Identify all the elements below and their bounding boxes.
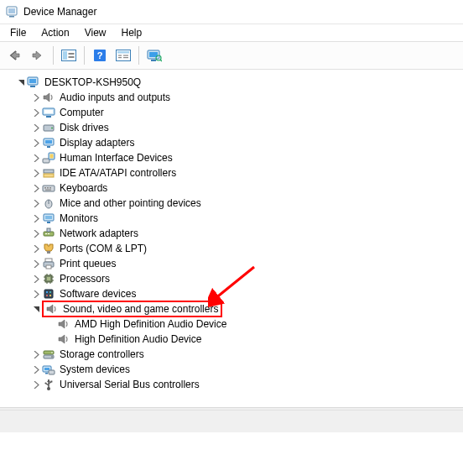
tree-item[interactable]: IDE ATA/ATAPI controllers [5, 165, 463, 180]
help-button[interactable]: ? [89, 44, 111, 66]
chevron-right-icon[interactable] [30, 170, 42, 177]
app-icon [5, 5, 18, 18]
tree-item[interactable]: Human Interface Devices [5, 150, 463, 165]
svg-rect-7 [69, 56, 75, 58]
ports-icon [42, 242, 55, 255]
menu-file[interactable]: File [3, 26, 33, 39]
disk-icon [42, 121, 55, 134]
svg-point-83 [44, 382, 46, 384]
chevron-right-icon[interactable] [30, 290, 42, 298]
svg-rect-67 [49, 291, 51, 293]
speaker-icon [42, 91, 55, 104]
svg-rect-36 [44, 174, 54, 177]
menu-view[interactable]: View [78, 26, 113, 39]
svg-rect-75 [44, 368, 49, 370]
scan-hardware-button[interactable] [143, 44, 165, 66]
svg-text:?: ? [97, 50, 103, 60]
svg-rect-54 [46, 265, 51, 269]
svg-rect-51 [47, 251, 50, 254]
svg-point-73 [51, 356, 53, 358]
forward-button[interactable] [27, 44, 49, 66]
tree-item[interactable]: Processors [5, 271, 463, 286]
ide-icon [42, 166, 55, 180]
tree-item-label: Network adapters [59, 226, 139, 241]
tree-item-label: Sound, video and game controllers [62, 301, 219, 316]
svg-rect-49 [45, 233, 47, 234]
svg-rect-81 [50, 381, 52, 383]
tree-item[interactable]: Monitors [5, 211, 463, 226]
chevron-right-icon[interactable] [30, 230, 42, 238]
tree-item[interactable]: Audio inputs and outputs [5, 90, 463, 105]
tree-item[interactable]: Computer [5, 105, 463, 120]
chevron-right-icon[interactable] [30, 245, 42, 253]
chevron-right-icon[interactable] [30, 260, 42, 268]
svg-rect-56 [47, 277, 50, 280]
tree-item-label: Computer [59, 105, 105, 120]
tree-item[interactable]: Software devices [5, 286, 463, 301]
chevron-right-icon[interactable] [30, 381, 42, 389]
tree-item[interactable]: Ports (COM & LPT) [5, 241, 463, 256]
chevron-down-icon[interactable] [15, 79, 27, 86]
tree-item[interactable]: Display adapters [5, 135, 463, 150]
mouse-icon [42, 196, 55, 210]
tree-item-label: Disk drives [59, 120, 110, 135]
back-button[interactable] [3, 44, 25, 66]
svg-rect-35 [44, 170, 54, 173]
tree-item[interactable]: Universal Serial Bus controllers [5, 377, 463, 392]
chevron-right-icon[interactable] [30, 215, 42, 222]
tree-item[interactable]: System devices [5, 362, 463, 377]
svg-rect-66 [46, 291, 48, 293]
properties-button[interactable] [112, 44, 134, 66]
tree-item[interactable]: Disk drives [5, 120, 463, 135]
svg-rect-39 [47, 187, 49, 189]
tree-item[interactable]: Mice and other pointing devices [5, 196, 463, 211]
toolbar-separator [53, 46, 54, 65]
tree-item[interactable]: Storage controllers [5, 347, 463, 362]
svg-rect-31 [47, 146, 50, 148]
menu-action[interactable]: Action [34, 26, 75, 39]
tree-root-label: DESKTOP-KSH950Q [44, 75, 142, 90]
tree-item-label: Storage controllers [59, 347, 145, 362]
svg-rect-45 [45, 216, 52, 219]
chevron-right-icon[interactable] [30, 154, 42, 162]
svg-point-72 [51, 352, 53, 353]
chevron-right-icon[interactable] [30, 366, 42, 374]
svg-rect-23 [30, 86, 35, 87]
tree-item-label: Keyboards [59, 180, 108, 196]
tree-item[interactable]: Print queues [5, 256, 463, 271]
svg-rect-14 [123, 55, 128, 56]
tree-item-label: Mice and other pointing devices [59, 196, 202, 211]
menu-help[interactable]: Help [115, 26, 149, 39]
chevron-right-icon[interactable] [30, 124, 42, 132]
chevron-right-icon[interactable] [30, 200, 42, 207]
tree-item[interactable]: Sound, video and game controllers [5, 301, 463, 316]
chevron-right-icon[interactable] [30, 275, 42, 283]
tree-item[interactable]: Network adapters [5, 226, 463, 241]
tree-item-label: Print queues [59, 256, 117, 271]
chevron-right-icon[interactable] [30, 109, 42, 117]
tree-root[interactable]: DESKTOP-KSH950Q [5, 75, 463, 90]
svg-rect-22 [29, 79, 36, 83]
device-tree[interactable]: DESKTOP-KSH950QAudio inputs and outputsC… [0, 70, 463, 407]
svg-rect-1 [8, 8, 15, 13]
tree-item[interactable]: ·High Definition Audio Device [5, 332, 463, 347]
tree-item-label: Monitors [59, 211, 99, 226]
chevron-right-icon[interactable] [30, 351, 42, 358]
tree-item-label: Universal Serial Bus controllers [59, 377, 200, 392]
chevron-down-icon[interactable] [30, 306, 42, 313]
svg-rect-69 [49, 295, 51, 296]
svg-rect-5 [63, 51, 67, 60]
tree-item[interactable]: ·AMD High Definition Audio Device [5, 316, 463, 332]
toolbar: ? [0, 41, 463, 70]
highlighted-item: Sound, video and game controllers [42, 301, 222, 317]
keyboard-icon [42, 181, 55, 195]
chevron-right-icon[interactable] [30, 139, 42, 147]
tree-item[interactable]: Keyboards [5, 180, 463, 196]
display-icon [42, 136, 55, 149]
tree-item-label: IDE ATA/ATAPI controllers [59, 165, 177, 180]
chevron-right-icon[interactable] [30, 185, 42, 192]
speaker-icon [57, 317, 70, 331]
tree-item-label: Human Interface Devices [59, 150, 174, 165]
chevron-right-icon[interactable] [30, 94, 42, 102]
show-hide-console-tree-button[interactable] [58, 44, 80, 66]
